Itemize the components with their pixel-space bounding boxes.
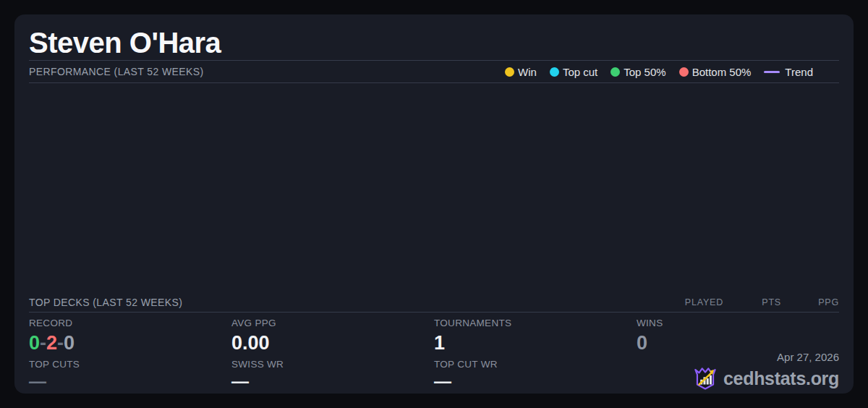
top-cut-wr-value: — (434, 374, 637, 388)
legend-item-win[interactable]: Win (505, 66, 537, 78)
column-header-ppg: PPG (781, 297, 839, 307)
tournaments-value: 1 (434, 332, 637, 354)
legend-label: Top 50% (624, 66, 665, 78)
column-header-pts: PTS (723, 297, 781, 307)
legend-label: Trend (785, 66, 813, 78)
title-row: Steven O'Hara (29, 14, 839, 61)
top-cut-dot-icon (550, 67, 559, 77)
top-50-dot-icon (610, 67, 620, 77)
record-separator: - (40, 332, 46, 354)
top-decks-column-headers: PLAYED PTS PPG (665, 297, 839, 307)
record-losses: 2 (46, 332, 57, 354)
record-wins: 0 (29, 332, 40, 354)
bottom-50-dot-icon (679, 67, 689, 77)
performance-header-row: PERFORMANCE (LAST 52 WEEKS) Win Top cut … (29, 61, 839, 83)
performance-chart (14, 83, 854, 293)
top-cuts-value: — (29, 374, 231, 388)
swiss-wr-label: SWISS WR (231, 359, 434, 370)
footer: Apr 27, 2026 cedhstats.org (693, 352, 839, 391)
record-label: RECORD (29, 318, 231, 328)
brand-row[interactable]: cedhstats.org (693, 366, 839, 391)
top-cuts-label: TOP CUTS (29, 359, 231, 370)
avg-ppg-label: AVG PPG (231, 318, 434, 328)
top-decks-section-title: TOP DECKS (LAST 52 WEEKS) (29, 297, 182, 308)
top-cut-wr-label: TOP CUT WR (434, 359, 637, 370)
avg-ppg-value: 0.00 (231, 332, 434, 354)
legend-item-top-50[interactable]: Top 50% (610, 66, 665, 78)
record-value: 0-2-0 (29, 332, 231, 354)
brand-name: cedhstats.org (723, 368, 839, 389)
record-draws: 0 (64, 332, 75, 354)
wins-label: WINS (637, 318, 839, 328)
legend-item-top-cut[interactable]: Top cut (550, 66, 597, 78)
stat-tournaments: TOURNAMENTS 1 TOP CUT WR — (434, 318, 637, 388)
win-dot-icon (505, 67, 514, 77)
trend-line-icon (764, 71, 780, 73)
cedhstats-logo-icon (693, 366, 718, 391)
legend-item-bottom-50[interactable]: Bottom 50% (679, 66, 752, 78)
swiss-wr-value: — (231, 374, 434, 388)
legend-label: Bottom 50% (692, 66, 752, 78)
legend-label: Win (518, 66, 537, 78)
tournaments-label: TOURNAMENTS (434, 318, 637, 328)
stat-record: RECORD 0-2-0 TOP CUTS — (29, 318, 231, 388)
column-header-played: PLAYED (665, 297, 723, 307)
chart-legend: Win Top cut Top 50% Bottom 50% Trend (505, 66, 813, 78)
player-stats-card: Steven O'Hara PERFORMANCE (LAST 52 WEEKS… (14, 14, 854, 394)
page-title: Steven O'Hara (29, 27, 221, 60)
legend-label: Top cut (563, 66, 597, 78)
record-separator: - (57, 332, 64, 354)
report-date: Apr 27, 2026 (693, 352, 839, 362)
performance-section-title: PERFORMANCE (LAST 52 WEEKS) (29, 66, 204, 77)
top-decks-header-row: TOP DECKS (LAST 52 WEEKS) PLAYED PTS PPG (29, 293, 839, 313)
legend-item-trend[interactable]: Trend (764, 66, 813, 78)
stat-avg-ppg: AVG PPG 0.00 SWISS WR — (231, 318, 434, 388)
